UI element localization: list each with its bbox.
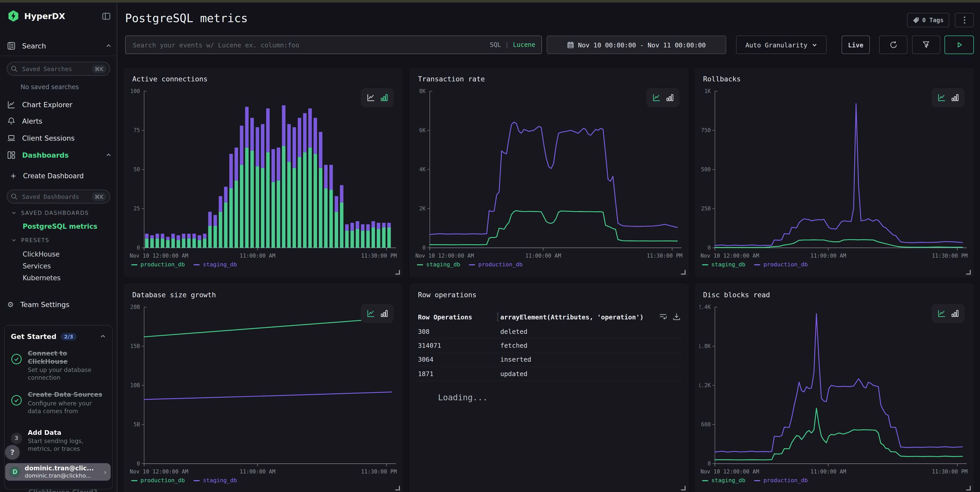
download-icon[interactable] <box>673 313 681 320</box>
sql-toggle[interactable]: SQL <box>490 41 501 48</box>
bar-chart-icon[interactable] <box>665 94 674 102</box>
shortcut-badge: ⌘K <box>92 192 106 201</box>
resize-handle[interactable] <box>395 486 400 490</box>
help-button[interactable]: ? <box>5 445 20 460</box>
wrap-lines-icon[interactable] <box>659 313 667 320</box>
legend-item[interactable]: production_db <box>754 477 808 484</box>
resize-handle[interactable] <box>681 270 686 275</box>
legend-item[interactable]: production_db <box>131 477 185 484</box>
section-saved-dashboards[interactable]: SAVED DASHBOARDS <box>11 210 89 216</box>
sidebar-item-label: Chart Explorer <box>22 101 112 109</box>
sidebar-item-kubernetes[interactable]: Kubernetes <box>23 274 60 282</box>
legend-item[interactable]: staging_db <box>194 477 237 484</box>
svg-text:0: 0 <box>422 245 426 251</box>
chart-card-row-operations: Row operationsRow OperationsarrayElement… <box>409 283 689 492</box>
resize-handle[interactable] <box>681 486 686 490</box>
chevron-up-icon[interactable] <box>100 333 106 340</box>
legend-item[interactable]: production_db <box>469 261 522 268</box>
table-column-header[interactable]: Row Operations <box>418 313 472 321</box>
resize-handle[interactable] <box>395 270 400 275</box>
sidebar-item-clickhouse[interactable]: ClickHouse <box>23 250 59 258</box>
refresh-button[interactable] <box>879 35 907 54</box>
legend-item[interactable]: production_db <box>131 261 185 268</box>
sidebar-item-label: Team Settings <box>20 300 112 308</box>
create-dashboard-button[interactable]: + Create Dashboard <box>10 169 112 182</box>
bar-chart-icon[interactable] <box>951 94 959 102</box>
chart-plot[interactable]: 02K4K6K8KNov 10 12:00:00 AM11:00:00 AM11… <box>414 86 684 261</box>
table-row[interactable]: 3064 inserted <box>417 352 681 367</box>
table-column-header[interactable]: arrayElement(Attributes, 'operation') <box>500 313 644 321</box>
chart-plot[interactable]: 05B10B15B20BNov 10 12:00:00 AM11:00:00 A… <box>129 302 398 477</box>
chart-plot[interactable]: 02505007501KNov 10 12:00:00 AM11:00:00 A… <box>700 86 969 261</box>
divider <box>0 56 117 56</box>
legend-item[interactable]: staging_db <box>702 261 745 268</box>
legend-item[interactable]: production_db <box>754 261 808 268</box>
bar-chart-icon[interactable] <box>380 309 388 318</box>
sidebar-item-dashboards[interactable]: Dashboards <box>7 149 112 162</box>
granularity-dropdown[interactable]: Auto Granularity <box>736 35 827 54</box>
svg-text:5B: 5B <box>134 422 140 428</box>
collapse-sidebar-icon[interactable] <box>102 11 111 20</box>
chart-type-toolbar <box>361 88 394 107</box>
search-input[interactable] <box>132 40 485 49</box>
sidebar-item-alerts[interactable]: Alerts <box>7 114 112 128</box>
chart-card-rollbacks: Rollbacks 02505007501KNov 10 12:00:00 AM… <box>694 67 974 278</box>
more-options-button[interactable] <box>955 13 974 27</box>
user-name: dominic.tran@clic... <box>25 465 100 472</box>
chart-type-toolbar <box>646 88 679 107</box>
chart-legend: staging_db production_db <box>417 261 523 268</box>
line-chart-icon[interactable] <box>366 94 375 102</box>
section-presets[interactable]: PRESETS <box>11 237 49 243</box>
svg-text:Nov 10 12:00:00 AM: Nov 10 12:00:00 AM <box>130 468 188 475</box>
legend-item[interactable]: staging_db <box>194 261 237 268</box>
check-circle-icon <box>11 349 22 382</box>
line-chart-icon[interactable] <box>366 309 375 318</box>
saved-searches-input[interactable] <box>21 65 88 73</box>
sidebar-item-chart-explorer[interactable]: Chart Explorer <box>7 98 112 111</box>
lucene-toggle[interactable]: Lucene <box>513 41 535 48</box>
date-range-picker[interactable]: Nov 10 00:00:00 - Nov 11 00:00:00 <box>547 35 726 54</box>
tags-button[interactable]: 0 Tags <box>907 13 949 27</box>
svg-text:10B: 10B <box>130 382 140 388</box>
row-operation: deleted <box>500 327 527 335</box>
table-row[interactable]: 1871 updated <box>417 367 681 381</box>
chart-plot[interactable]: 06001.2K1.8K2.4KNov 10 12:00:00 AM11:00:… <box>700 302 969 477</box>
svg-text:Nov 10 12:00:00 AM: Nov 10 12:00:00 AM <box>700 253 759 259</box>
chart-plot[interactable]: 0255075100Nov 10 12:00:00 AM11:00:00 AM1… <box>129 86 398 261</box>
run-query-button[interactable] <box>945 35 974 54</box>
legend-item[interactable]: staging_db <box>417 261 460 268</box>
sidebar-item-team-settings[interactable]: ⚙ Team Settings <box>7 298 112 311</box>
live-button[interactable]: Live <box>842 35 870 54</box>
bar-chart-icon[interactable] <box>951 309 959 318</box>
svg-text:15B: 15B <box>130 343 140 349</box>
date-range-value: Nov 10 00:00:00 - Nov 11 00:00:00 <box>578 41 706 49</box>
sidebar-item-postgresql-metrics[interactable]: PostgreSQL metrics <box>23 222 97 230</box>
line-chart-icon[interactable] <box>937 94 945 102</box>
sidebar-item-services[interactable]: Services <box>23 262 51 270</box>
section-label: SAVED DASHBOARDS <box>21 210 89 216</box>
sidebar-item-search[interactable]: Search <box>7 39 112 53</box>
filter-icon <box>922 41 930 49</box>
legend-item[interactable]: staging_db <box>702 477 745 484</box>
get-started-step-sources[interactable]: Create Data Sources Configure where your… <box>11 390 106 415</box>
saved-searches-search[interactable]: ⌘K <box>7 62 110 76</box>
get-started-step-connect[interactable]: Connect to ClickHouse Set up your databa… <box>11 349 106 382</box>
tags-count-label: 0 Tags <box>922 16 943 24</box>
svg-text:Nov 10 12:00:00 AM: Nov 10 12:00:00 AM <box>415 253 474 259</box>
resize-handle[interactable] <box>966 486 971 490</box>
filter-button[interactable] <box>912 35 940 54</box>
saved-dashboards-search[interactable]: ⌘K <box>7 190 110 203</box>
chart-legend: production_db staging_db <box>131 477 237 484</box>
get-started-step-add-data[interactable]: 3 Add Data Start sending logs, metrics, … <box>11 428 106 453</box>
chart-title: Database size growth <box>132 291 216 299</box>
line-chart-icon[interactable] <box>937 309 945 318</box>
sidebar-item-client-sessions[interactable]: Client Sessions <box>7 131 112 145</box>
saved-dashboards-input[interactable] <box>21 192 88 201</box>
bar-chart-icon[interactable] <box>380 94 388 102</box>
resize-handle[interactable] <box>966 270 971 275</box>
table-row[interactable]: 308 deleted <box>417 324 681 339</box>
user-menu[interactable]: D dominic.tran@clic... dominic.tran@clic… <box>5 463 111 481</box>
table-row[interactable]: 314071 fetched <box>417 339 681 353</box>
line-chart-icon[interactable] <box>652 94 660 102</box>
step-subtitle: Configure where your data comes from <box>28 400 106 415</box>
